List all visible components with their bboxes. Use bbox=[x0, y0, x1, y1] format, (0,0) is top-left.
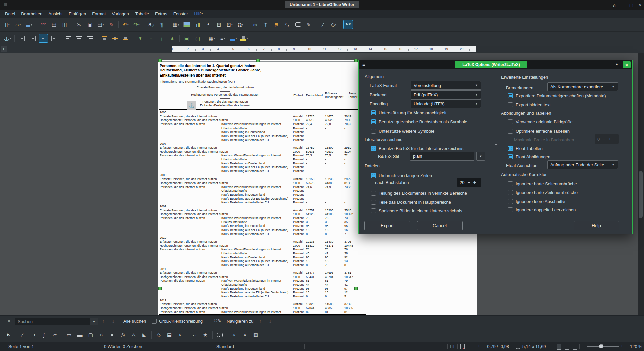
checkbox-teilung[interactable]: Teilung des Dokumentes in verlinkte Bere… bbox=[371, 190, 467, 196]
checkbox-float-tabellen[interactable]: Float Tabellen bbox=[508, 146, 543, 151]
star[interactable]: ★ bbox=[201, 331, 210, 339]
page-style[interactable]: Standard bbox=[216, 344, 234, 349]
nach-buchstaben-spinner[interactable]: 20 − + bbox=[457, 178, 481, 187]
menu-extras[interactable]: Extras bbox=[152, 11, 170, 17]
document-modified-icon[interactable] bbox=[460, 344, 465, 349]
forward-one[interactable]: ↑ bbox=[146, 34, 156, 43]
align-right[interactable] bbox=[85, 34, 95, 43]
ungroup[interactable]: ▢ bbox=[193, 34, 202, 43]
checkbox-mehrsprachigkeit[interactable]: Unterstützung für Mehrsprachigkeit bbox=[371, 110, 446, 115]
insert-chart[interactable] bbox=[193, 20, 202, 29]
rectangle[interactable]: ▭ bbox=[64, 331, 74, 339]
extrusion[interactable]: ▦ bbox=[251, 331, 260, 339]
right-triangle[interactable]: ◣ bbox=[140, 331, 149, 339]
callout[interactable] bbox=[215, 331, 224, 339]
encoding-select[interactable]: Unicode (UTF8)▼ bbox=[411, 99, 481, 108]
align-center[interactable] bbox=[74, 34, 84, 43]
zoom-out-icon[interactable]: − bbox=[582, 343, 585, 348]
wrap-parallel[interactable] bbox=[28, 34, 37, 43]
insert-bookmark[interactable]: ⚑ bbox=[272, 20, 281, 29]
app-menu-icon[interactable]: ≡ bbox=[4, 2, 7, 8]
cut[interactable]: ✂ bbox=[74, 20, 84, 29]
zoom-slider-thumb[interactable] bbox=[599, 344, 603, 348]
menu-ansicht[interactable]: Ansicht bbox=[45, 11, 66, 17]
bibtex-stil-input[interactable]: plain bbox=[410, 152, 474, 161]
polygon[interactable]: ▱ bbox=[50, 331, 59, 339]
cylinder[interactable]: ⬓ bbox=[165, 331, 174, 339]
line-ends-arrow[interactable]: ⇢ bbox=[29, 331, 38, 339]
help-button[interactable]: Help bbox=[574, 221, 619, 230]
insert-special-character[interactable]: Ω▾ bbox=[236, 20, 245, 29]
insert-table[interactable]: ▦▾ bbox=[171, 20, 181, 29]
checkbox-zeilenumbrueche[interactable]: Ignoriere harte Zeilenumbrü che bbox=[508, 190, 578, 195]
basic-shapes[interactable]: ◇▾ bbox=[329, 20, 338, 29]
menu-vorlagen[interactable]: Vorlagen bbox=[109, 11, 132, 17]
wrap-optimal[interactable] bbox=[39, 34, 48, 43]
tab-stop-selector[interactable]: L bbox=[1, 46, 7, 52]
checkbox-griechische-buchstaben[interactable]: Benutze griechische Buchstaben als Symbo… bbox=[371, 119, 467, 124]
insert-image[interactable] bbox=[182, 20, 192, 29]
find-next-icon[interactable]: ↓ bbox=[112, 318, 115, 324]
selection-handle[interactable] bbox=[158, 287, 162, 290]
menu-datei[interactable]: Datei bbox=[2, 11, 18, 17]
open[interactable]: ▱▾ bbox=[13, 20, 23, 29]
rectangle-filled[interactable]: ▬ bbox=[75, 331, 85, 339]
checkbox-bibtex[interactable]: Benutze BibTeX für das Literaturverzeich… bbox=[371, 146, 463, 151]
page-count[interactable]: Seite 1 von 1 bbox=[8, 344, 34, 349]
select[interactable] bbox=[3, 331, 13, 339]
group[interactable]: ▣ bbox=[182, 34, 192, 43]
close-button[interactable]: × bbox=[639, 3, 641, 8]
horizontal-ruler[interactable]: 1234567891011121314151617181920 bbox=[0, 45, 644, 53]
fontwork[interactable]: A bbox=[229, 331, 239, 339]
toolbar-drag-handle[interactable] bbox=[2, 318, 2, 326]
object-size[interactable]: 5,14 x 11,69 bbox=[522, 344, 546, 349]
bibtex-stil-dropdown-button[interactable]: ▼ bbox=[476, 152, 485, 161]
insert-field[interactable]: ⊡▾ bbox=[225, 20, 234, 29]
insert-hyperlink[interactable]: ∞ bbox=[250, 20, 260, 29]
text-box[interactable]: A bbox=[240, 331, 250, 339]
paste[interactable]: ▤▾ bbox=[96, 20, 105, 29]
wrap-through[interactable] bbox=[49, 34, 59, 43]
circle[interactable]: ○ bbox=[97, 331, 106, 339]
insert-footnote[interactable]: † bbox=[261, 20, 270, 29]
menu-fenster[interactable]: Fenster bbox=[170, 11, 191, 17]
checkbox-bildgroesse[interactable]: Verwende originale Bildgröße bbox=[508, 119, 573, 124]
export-pdf[interactable]: PDF bbox=[39, 20, 48, 29]
maximize-button[interactable]: ▢ bbox=[629, 3, 633, 8]
wrap-off[interactable] bbox=[17, 34, 26, 43]
align-bottom[interactable] bbox=[121, 34, 130, 43]
spelling[interactable] bbox=[146, 20, 156, 29]
selection-handle[interactable] bbox=[256, 59, 260, 62]
curve[interactable]: ʃ bbox=[39, 331, 49, 339]
undo[interactable]: ↶▾ bbox=[121, 20, 130, 29]
menu-format[interactable]: Format bbox=[89, 11, 109, 17]
send-to-back[interactable]: ↡ bbox=[168, 34, 177, 43]
increment-icon[interactable]: + bbox=[473, 180, 476, 185]
insert-line[interactable]: ∕ bbox=[18, 331, 27, 339]
menu-tabelle[interactable]: Tabelle bbox=[132, 11, 152, 17]
back-one[interactable]: ↓ bbox=[157, 34, 166, 43]
checkbox-unterverzeichnis[interactable]: Speichere Bilder in einem Unterverzeichn… bbox=[371, 208, 462, 213]
save[interactable]: ⬓▾ bbox=[24, 20, 34, 29]
decrement-icon[interactable]: − bbox=[467, 180, 470, 185]
menu-einfgen[interactable]: Einfügen bbox=[66, 11, 89, 17]
area-color[interactable]: ▾ bbox=[239, 34, 249, 43]
checkbox-seitenumbrueche[interactable]: Ignoriere harte Seitenumbrüche bbox=[508, 181, 577, 186]
copy[interactable]: ▣ bbox=[85, 20, 95, 29]
insert-comment[interactable] bbox=[293, 20, 303, 29]
insert-textbox[interactable]: A bbox=[204, 20, 213, 29]
insert-line[interactable]: ∕ bbox=[318, 20, 328, 29]
cursor-position[interactable]: -0,79 / -0,98 bbox=[486, 344, 509, 349]
close-find-icon[interactable]: × bbox=[7, 318, 11, 325]
ellipse[interactable]: ◎ bbox=[118, 331, 127, 339]
minimize-button[interactable]: − bbox=[622, 3, 624, 8]
search-history-dropdown[interactable]: ▼ bbox=[90, 318, 98, 325]
insert-cross-reference[interactable]: ⇆ bbox=[282, 20, 292, 29]
scrollbar-thumb[interactable] bbox=[639, 171, 643, 218]
word-count[interactable]: 0 Wörter, 0 Zeichen bbox=[104, 344, 142, 349]
checkbox-hauptbereiche[interactable]: Teile das Dokument in Hauptbereiche bbox=[371, 199, 451, 205]
checkbox-doppelte-leerzeichen[interactable]: Ignoriere doppelte Leerzeichen bbox=[508, 207, 576, 212]
bemerkungen-select[interactable]: Als Kommentare exportiere▼ bbox=[547, 82, 618, 91]
vertical-scrollbar[interactable] bbox=[638, 53, 644, 315]
dialog-close-button[interactable]: × bbox=[623, 61, 631, 68]
